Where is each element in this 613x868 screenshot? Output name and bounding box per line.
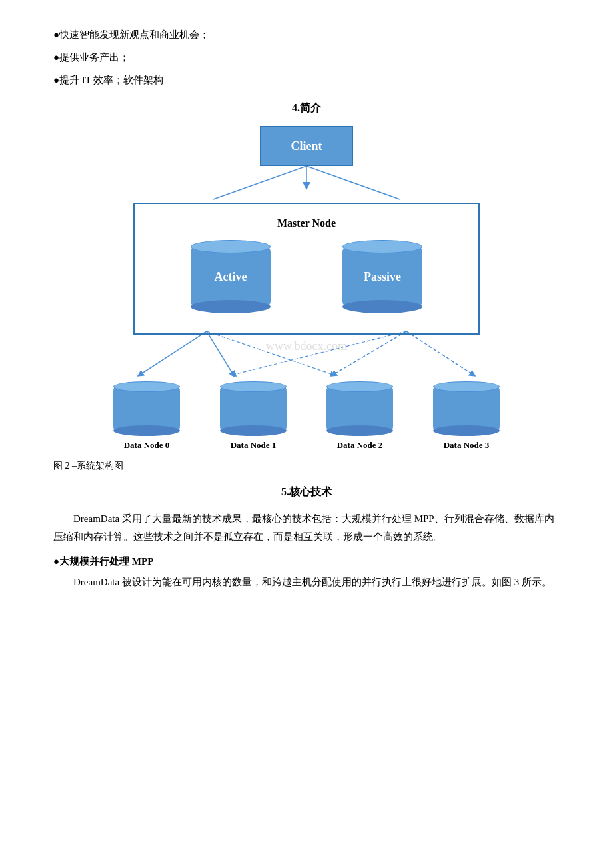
master-node-label: Master Node (155, 217, 458, 229)
data-nodes-row: Data Node 0 Data Node 1 Data Node 2 (93, 381, 520, 451)
passive-cyl-body: Passive (342, 247, 422, 307)
svg-line-3 (140, 331, 207, 375)
data-node-2-label: Data Node 2 (337, 440, 383, 451)
active-cyl-bottom (191, 300, 271, 313)
data-node-1-label: Data Node 1 (231, 440, 277, 451)
svg-line-8 (233, 331, 406, 375)
active-cyl-body: Active (191, 247, 271, 307)
client-to-master-lines (133, 166, 480, 203)
master-nodes-row: Active Passive (155, 240, 458, 313)
bullet-item-3: ●提升 IT 效率；软件架构 (53, 72, 560, 88)
bullet-item-1: ●快速智能发现新观点和商业机会； (53, 27, 560, 43)
section5-para2: DreamData 被设计为能在可用内核的数量，和跨越主机分配使用的并行执行上很… (53, 573, 560, 591)
data-node-3-label: Data Node 3 (444, 440, 490, 451)
active-label: Active (215, 270, 247, 284)
data-node-2: Data Node 2 (326, 381, 393, 451)
passive-label: Passive (364, 270, 401, 284)
bullet-list: ●快速智能发现新观点和商业机会； ●提供业务产出； ●提升 IT 效率；软件架构 (53, 27, 560, 88)
active-cylinder: Active (191, 240, 271, 313)
data-node-0: Data Node 0 (113, 381, 180, 451)
data-node-0-label: Data Node 0 (124, 440, 170, 451)
data-node-3: Data Node 3 (433, 381, 500, 451)
svg-line-7 (207, 331, 333, 375)
section4-title: 4.简介 (53, 101, 560, 115)
active-cyl-top (191, 240, 271, 253)
master-node-box: Master Node Active Passive www.bdocx.com (133, 203, 480, 335)
bullet-item-2: ●提供业务产出； (53, 49, 560, 65)
client-box: Client (260, 126, 353, 166)
svg-line-5 (333, 331, 406, 375)
passive-cyl-top (342, 240, 422, 253)
client-label: Client (291, 139, 322, 153)
subsection-mpp-title: ●大规模并行处理 MPP (53, 555, 560, 568)
svg-line-1 (213, 166, 306, 199)
architecture-diagram: Client Master Node Active (53, 126, 560, 451)
section5-para1: DreamData 采用了大量最新的技术成果，最核心的技术包括：大规模并行处理 … (53, 510, 560, 546)
svg-line-4 (207, 331, 233, 375)
master-to-data-lines (93, 328, 520, 381)
passive-cylinder: Passive (342, 240, 422, 313)
passive-cyl-bottom (342, 300, 422, 313)
section5: 5.核心技术 DreamData 采用了大量最新的技术成果，最核心的技术包括：大… (53, 485, 560, 591)
svg-line-2 (306, 166, 400, 199)
section5-title: 5.核心技术 (53, 485, 560, 499)
data-node-1: Data Node 1 (220, 381, 287, 451)
figure-caption: 图 2 –系统架构图 (53, 460, 560, 472)
svg-line-6 (406, 331, 473, 375)
